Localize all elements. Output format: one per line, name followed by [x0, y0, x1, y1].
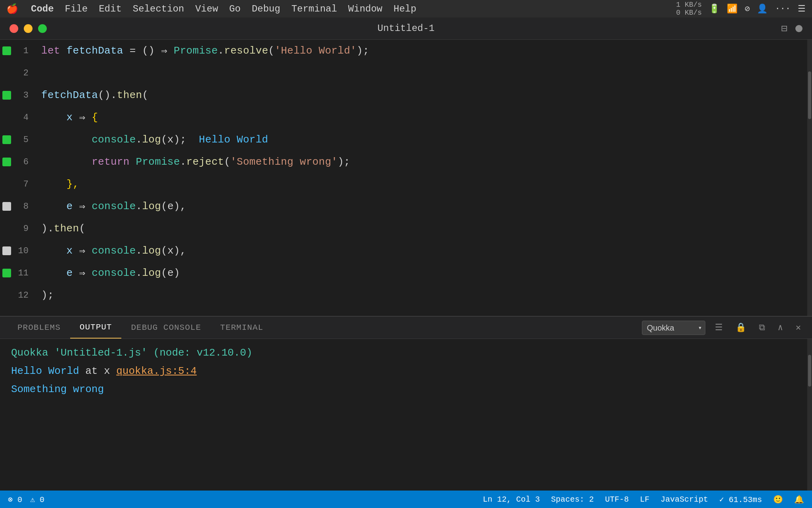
- breakpoint-indicator[interactable]: [2, 291, 11, 300]
- clear-output-icon[interactable]: ☰: [712, 321, 726, 335]
- menu-go[interactable]: Go: [229, 4, 241, 14]
- status-spaces[interactable]: Spaces: 2: [551, 495, 594, 504]
- code-token: Promise: [174, 45, 218, 57]
- code-token: [41, 178, 67, 190]
- menu-debug[interactable]: Debug: [252, 4, 280, 14]
- breakpoint-indicator[interactable]: [2, 246, 11, 255]
- code-token: .: [180, 156, 186, 168]
- tab-problems[interactable]: PROBLEMS: [8, 317, 70, 339]
- control-icon: ⊘: [745, 4, 750, 14]
- code-token: console: [92, 200, 136, 212]
- close-panel-icon[interactable]: ✕: [793, 321, 804, 335]
- settings-dot-icon[interactable]: [795, 25, 802, 32]
- breakpoint-indicator[interactable]: [2, 91, 11, 100]
- panel-tab-actions: Quokka ☰ 🔒 ⧉ ∧ ✕: [642, 321, 804, 335]
- menu-view[interactable]: View: [195, 4, 218, 14]
- breakpoint-indicator[interactable]: [2, 113, 11, 122]
- code-token: ⇒: [79, 267, 92, 279]
- gutter-row: 9: [0, 217, 32, 240]
- code-line[interactable]: console.log(x); Hello World: [41, 129, 807, 151]
- panel-content[interactable]: Quokka 'Untitled-1.js' (node: v12.10.0) …: [0, 339, 812, 491]
- line-number: 6: [13, 157, 29, 167]
- code-token: log: [142, 200, 161, 212]
- tab-debug-console[interactable]: DEBUG CONSOLE: [121, 317, 211, 339]
- status-language[interactable]: JavaScript: [661, 495, 708, 504]
- more-icon: ···: [775, 4, 791, 14]
- menu-file[interactable]: File: [65, 4, 88, 14]
- breakpoint-indicator[interactable]: [2, 180, 11, 189]
- status-left: ⊗ 0 ⚠ 0: [8, 495, 44, 504]
- code-line[interactable]: x ⇒ {: [41, 106, 807, 129]
- output-at-x: at x: [79, 365, 117, 377]
- code-token: e: [41, 267, 79, 279]
- minimize-button[interactable]: [24, 24, 33, 33]
- copy-output-icon[interactable]: ⧉: [756, 321, 768, 335]
- menu-code[interactable]: Code: [31, 4, 54, 14]
- code-token: console: [92, 267, 136, 279]
- scrollbar-thumb[interactable]: [808, 71, 811, 119]
- code-token: .: [136, 245, 142, 257]
- code-line[interactable]: e ⇒ console.log(e),: [41, 195, 807, 217]
- line-number: 3: [13, 90, 29, 100]
- split-editor-icon[interactable]: ⊟: [781, 22, 787, 35]
- code-line[interactable]: [41, 62, 807, 84]
- menu-help[interactable]: Help: [394, 4, 417, 14]
- lock-output-icon[interactable]: 🔒: [732, 321, 749, 335]
- gutter-row: 5: [0, 129, 32, 151]
- status-errors[interactable]: ⊗ 0: [8, 495, 22, 504]
- titlebar-actions: ⊟: [781, 22, 802, 35]
- close-button[interactable]: [10, 24, 18, 33]
- output-file-link[interactable]: quokka.js:5:4: [116, 365, 197, 377]
- breakpoint-indicator[interactable]: [2, 224, 11, 233]
- gutter-row: 6: [0, 151, 32, 173]
- breakpoint-indicator[interactable]: [2, 202, 11, 211]
- code-token: );: [41, 289, 54, 301]
- menu-window[interactable]: Window: [348, 4, 382, 14]
- status-warnings[interactable]: ⚠ 0: [30, 495, 44, 504]
- panel-vertical-scrollbar[interactable]: [807, 339, 812, 491]
- code-token: .: [136, 134, 142, 146]
- code-line[interactable]: ).then(: [41, 217, 807, 240]
- tab-output[interactable]: OUTPUT: [70, 317, 122, 339]
- line-number: 8: [13, 202, 29, 212]
- output-source-select[interactable]: Quokka: [642, 321, 705, 335]
- maximize-button[interactable]: [38, 24, 47, 33]
- code-token: ⇒: [161, 44, 174, 57]
- code-lines: let fetchData = () ⇒ Promise.resolve('He…: [32, 40, 807, 316]
- breakpoint-indicator[interactable]: [2, 135, 11, 144]
- breakpoint-indicator[interactable]: [2, 269, 11, 277]
- menu-terminal[interactable]: Terminal: [291, 4, 337, 14]
- titlebar: Untitled-1 ⊟: [0, 17, 812, 40]
- panel-scrollbar-thumb[interactable]: [808, 355, 811, 387]
- code-token: {: [92, 112, 98, 123]
- code-line[interactable]: fetchData().then(: [41, 84, 807, 106]
- code-token: (x);: [161, 134, 199, 146]
- status-position[interactable]: Ln 12, Col 3: [483, 495, 540, 504]
- code-line[interactable]: e ⇒ console.log(e): [41, 262, 807, 284]
- breakpoint-indicator[interactable]: [2, 46, 11, 55]
- code-line[interactable]: return Promise.reject('Something wrong')…: [41, 151, 807, 173]
- code-token: },: [67, 178, 79, 190]
- menu-edit[interactable]: Edit: [99, 4, 122, 14]
- line-gutter: 123456789101112: [0, 40, 32, 316]
- breakpoint-indicator[interactable]: [2, 158, 11, 166]
- line-number: 9: [13, 224, 29, 234]
- status-eol[interactable]: LF: [640, 495, 649, 504]
- tab-terminal[interactable]: TERMINAL: [211, 317, 273, 339]
- vertical-scrollbar[interactable]: [807, 40, 812, 316]
- status-encoding[interactable]: UTF-8: [605, 495, 629, 504]
- gutter-row: 2: [0, 62, 32, 84]
- collapse-panel-icon[interactable]: ∧: [775, 321, 786, 335]
- code-area[interactable]: let fetchData = () ⇒ Promise.resolve('He…: [32, 40, 807, 316]
- code-line[interactable]: x ⇒ console.log(x),: [41, 240, 807, 262]
- list-icon: ☰: [798, 4, 806, 14]
- breakpoint-indicator[interactable]: [2, 69, 11, 77]
- line-number: 5: [13, 135, 29, 145]
- code-line[interactable]: },: [41, 173, 807, 195]
- code-line[interactable]: let fetchData = () ⇒ Promise.resolve('He…: [41, 40, 807, 62]
- gutter-row: 3: [0, 84, 32, 106]
- menu-selection[interactable]: Selection: [133, 4, 184, 14]
- code-token: .: [136, 267, 142, 279]
- apple-menu-icon[interactable]: 🍎: [6, 3, 18, 15]
- code-line[interactable]: );: [41, 284, 807, 306]
